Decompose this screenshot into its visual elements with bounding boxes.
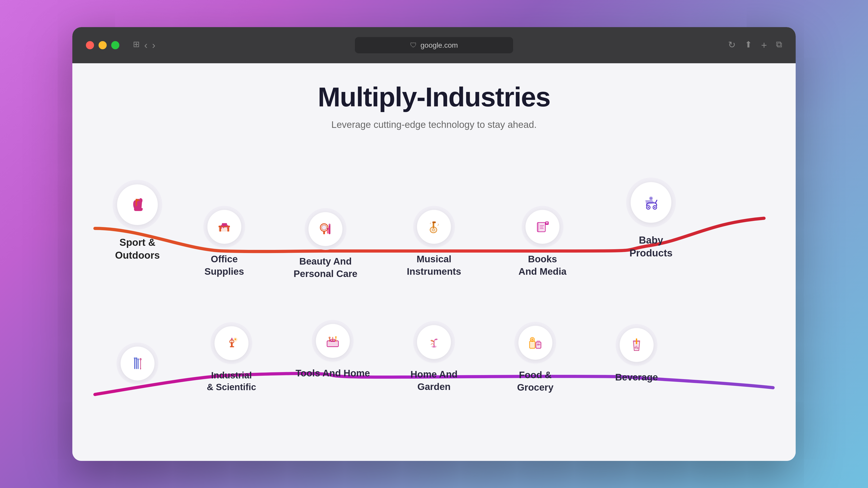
svg-point-76 bbox=[539, 344, 540, 345]
page-content: Multiply-Industries Leverage cutting-edg… bbox=[72, 63, 796, 461]
minimize-button[interactable] bbox=[98, 41, 107, 49]
industrial-icon bbox=[224, 336, 239, 350]
office-supplies-circle bbox=[207, 210, 241, 244]
address-bar[interactable]: 🛡 google.com bbox=[355, 37, 513, 53]
svg-point-62 bbox=[329, 337, 331, 339]
beverage-node: Beverage bbox=[615, 324, 658, 384]
sidebar-toggle-icon[interactable]: ⊞ bbox=[133, 39, 140, 51]
page-subtitle: Leverage cutting-edge technology to stay… bbox=[72, 119, 796, 130]
sewing-icon bbox=[130, 356, 145, 371]
svg-rect-15 bbox=[327, 228, 329, 230]
traffic-lights bbox=[86, 41, 119, 49]
baby-icon bbox=[642, 193, 660, 212]
browser-controls: ⊞ ‹ › bbox=[133, 39, 155, 51]
sport-outdoors-label: Sport & Outdoors bbox=[115, 236, 160, 262]
baby-ring bbox=[626, 177, 676, 227]
svg-rect-29 bbox=[537, 223, 539, 232]
svg-point-81 bbox=[636, 346, 637, 347]
food-circle bbox=[518, 326, 552, 360]
close-button[interactable] bbox=[86, 41, 94, 49]
svg-rect-67 bbox=[530, 341, 535, 348]
industry-diagram: Sport & Outdoors bbox=[72, 148, 796, 461]
books-media-node: ✦ BooksAnd Media bbox=[519, 206, 566, 278]
beauty-ring bbox=[305, 208, 346, 250]
svg-rect-1 bbox=[135, 199, 137, 206]
musical-icon: ♪ ♩ bbox=[427, 219, 441, 234]
svg-point-71 bbox=[531, 338, 533, 340]
svg-rect-78 bbox=[636, 338, 637, 344]
svg-rect-74 bbox=[537, 340, 540, 342]
svg-rect-57 bbox=[235, 338, 236, 340]
forward-icon[interactable]: › bbox=[152, 39, 156, 51]
books-ring: ✦ bbox=[522, 206, 563, 248]
svg-text:♩: ♩ bbox=[430, 221, 431, 225]
home-garden-node: Home AndGarden bbox=[410, 321, 458, 393]
books-circle: ✦ bbox=[526, 210, 559, 244]
tools-home-node: Tools And Home bbox=[296, 320, 370, 380]
tools-ring bbox=[312, 320, 354, 362]
share-icon[interactable]: ⬆ bbox=[745, 39, 752, 51]
sport-outdoors-icon bbox=[128, 196, 147, 214]
browser-window: ⊞ ‹ › 🛡 google.com ↻ ⬆ + ⧉ Multiply-Indu… bbox=[72, 27, 796, 461]
office-supplies-icon bbox=[217, 219, 232, 234]
sewing-node bbox=[117, 343, 158, 384]
musical-instruments-node: ♪ ♩ MusicalInstruments bbox=[407, 206, 461, 278]
svg-rect-24 bbox=[432, 221, 436, 223]
home-garden-ring bbox=[413, 321, 455, 363]
svg-point-36 bbox=[648, 207, 649, 208]
svg-rect-33 bbox=[540, 227, 543, 228]
beauty-label: Beauty AndPersonal Care bbox=[293, 255, 358, 280]
svg-text:✦: ✦ bbox=[546, 221, 548, 225]
svg-point-52 bbox=[231, 341, 233, 342]
sewing-ring bbox=[117, 343, 158, 384]
food-ring bbox=[515, 322, 556, 363]
tools-icon bbox=[326, 333, 340, 348]
browser-actions: ↻ ⬆ + ⧉ bbox=[728, 39, 782, 51]
beverage-icon bbox=[629, 337, 644, 352]
sport-outdoors-node: Sport & Outdoors bbox=[113, 180, 162, 262]
svg-rect-11 bbox=[323, 231, 325, 234]
industrial-circle bbox=[215, 326, 248, 360]
maximize-button[interactable] bbox=[111, 41, 119, 49]
musical-circle: ♪ ♩ bbox=[417, 210, 451, 244]
home-garden-circle bbox=[417, 325, 451, 359]
svg-text:♪: ♪ bbox=[437, 222, 439, 227]
industrial-label: Industrial& Scientific bbox=[207, 369, 256, 393]
svg-point-38 bbox=[654, 207, 655, 208]
svg-rect-54 bbox=[231, 338, 232, 340]
beauty-personal-care-node: Beauty AndPersonal Care bbox=[293, 208, 358, 280]
tabs-overview-icon[interactable]: ⧉ bbox=[776, 39, 782, 51]
office-supplies-node: OfficeSupplies bbox=[204, 206, 245, 278]
svg-point-40 bbox=[650, 197, 652, 200]
books-label: BooksAnd Media bbox=[519, 253, 566, 278]
reload-icon[interactable]: ↻ bbox=[728, 39, 736, 51]
sport-outdoors-circle bbox=[117, 184, 158, 225]
svg-point-10 bbox=[321, 225, 327, 230]
svg-rect-13 bbox=[329, 224, 330, 225]
office-supplies-label: OfficeSupplies bbox=[204, 253, 244, 278]
food-label: Food &Grocery bbox=[517, 369, 553, 394]
page-title: Multiply-Industries bbox=[72, 81, 796, 112]
beauty-icon bbox=[318, 222, 333, 236]
home-garden-icon bbox=[427, 335, 441, 349]
svg-rect-34 bbox=[540, 228, 544, 229]
baby-products-label: BabyProducts bbox=[629, 234, 673, 259]
food-node: Food &Grocery bbox=[515, 322, 556, 394]
tools-circle bbox=[316, 324, 350, 358]
svg-rect-32 bbox=[540, 225, 544, 226]
baby-circle bbox=[631, 182, 671, 223]
shield-icon: 🛡 bbox=[410, 41, 417, 49]
new-tab-icon[interactable]: + bbox=[761, 39, 767, 51]
svg-rect-7 bbox=[222, 223, 227, 226]
office-supplies-ring bbox=[204, 206, 245, 248]
back-icon[interactable]: ‹ bbox=[144, 39, 148, 51]
beverage-label: Beverage bbox=[615, 371, 658, 384]
url-display: google.com bbox=[421, 41, 458, 50]
industrial-node: Industrial& Scientific bbox=[207, 322, 256, 393]
beverage-ring bbox=[616, 324, 657, 366]
browser-chrome: ⊞ ‹ › 🛡 google.com ↻ ⬆ + ⧉ bbox=[72, 27, 796, 63]
baby-products-node: BabyProducts bbox=[626, 177, 676, 259]
svg-rect-50 bbox=[231, 342, 232, 347]
svg-rect-8 bbox=[223, 226, 224, 228]
svg-rect-14 bbox=[327, 229, 329, 234]
